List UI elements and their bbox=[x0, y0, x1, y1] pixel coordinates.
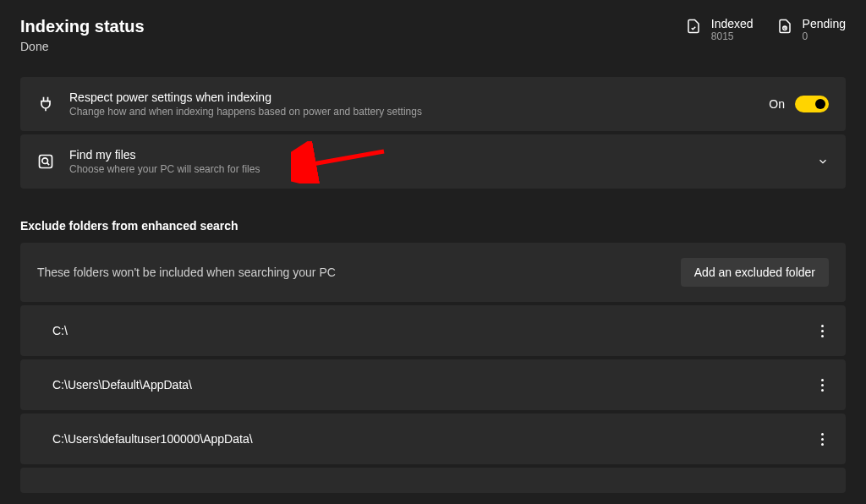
svg-line-3 bbox=[47, 163, 50, 166]
excluded-folder-row[interactable]: C:\Users\defaultuser100000\AppData\ bbox=[20, 414, 846, 464]
chevron-down-icon bbox=[817, 156, 829, 167]
header-row: Indexing status Done Indexed 8015 bbox=[20, 17, 846, 53]
find-card-title: Find my files bbox=[69, 148, 802, 162]
excluded-folder-row[interactable]: C:\ bbox=[20, 305, 846, 356]
more-options-button[interactable] bbox=[815, 379, 829, 392]
stat-indexed: Indexed 8015 bbox=[686, 17, 754, 42]
folder-path: C:\Users\defaultuser100000\AppData\ bbox=[52, 432, 800, 446]
power-toggle[interactable] bbox=[795, 96, 829, 112]
page-title: Indexing status bbox=[20, 17, 145, 36]
folder-path: C:\ bbox=[52, 324, 800, 337]
title-block: Indexing status Done bbox=[20, 17, 145, 53]
stat-indexed-value: 8015 bbox=[711, 30, 754, 42]
exclude-desc: These folders won't be included when sea… bbox=[37, 266, 336, 279]
power-settings-card[interactable]: Respect power settings when indexing Cha… bbox=[20, 77, 846, 131]
indexing-status-value: Done bbox=[20, 40, 145, 53]
stat-pending: Pending 0 bbox=[777, 17, 846, 42]
stat-pending-value: 0 bbox=[803, 30, 846, 42]
power-card-desc: Change how and when indexing happens bas… bbox=[69, 106, 754, 118]
find-card-desc: Choose where your PC will search for fil… bbox=[69, 163, 802, 175]
plug-icon bbox=[37, 96, 54, 112]
find-my-files-card[interactable]: Find my files Choose where your PC will … bbox=[20, 134, 846, 189]
file-check-icon bbox=[686, 19, 701, 34]
exclude-header-card: These folders won't be included when sea… bbox=[20, 243, 846, 302]
power-toggle-label: On bbox=[769, 97, 785, 111]
folder-path: C:\Users\Default\AppData\ bbox=[52, 378, 800, 392]
power-card-title: Respect power settings when indexing bbox=[69, 90, 754, 104]
search-file-icon bbox=[37, 153, 54, 170]
exclude-heading: Exclude folders from enhanced search bbox=[20, 219, 846, 233]
stats-block: Indexed 8015 Pending 0 bbox=[686, 17, 846, 42]
file-pending-icon bbox=[777, 19, 792, 34]
more-options-button[interactable] bbox=[815, 433, 829, 446]
add-excluded-folder-button[interactable]: Add an excluded folder bbox=[681, 258, 829, 287]
excluded-folder-row[interactable]: C:\Users\Default\AppData\ bbox=[20, 359, 846, 410]
more-options-button[interactable] bbox=[815, 325, 829, 337]
stat-pending-label: Pending bbox=[803, 17, 846, 30]
stat-indexed-label: Indexed bbox=[711, 17, 754, 30]
excluded-folder-row[interactable] bbox=[20, 468, 846, 493]
svg-point-2 bbox=[42, 158, 48, 164]
svg-rect-1 bbox=[40, 156, 52, 168]
